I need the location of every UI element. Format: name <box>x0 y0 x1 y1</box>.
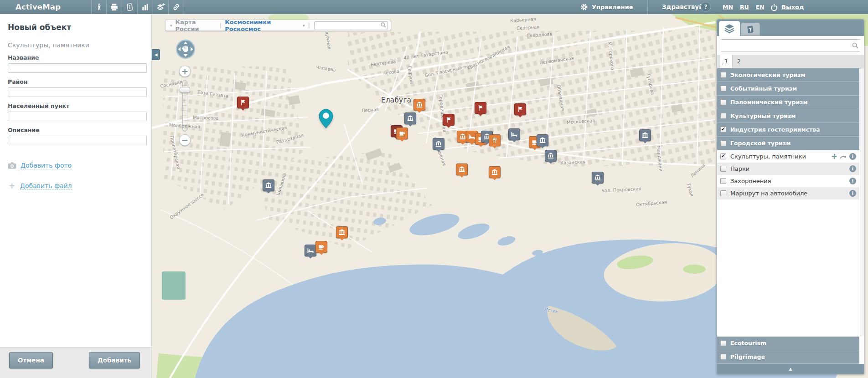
guide-icon <box>125 3 134 11</box>
info-icon[interactable]: i <box>849 153 856 160</box>
new-object-pin[interactable] <box>319 109 333 130</box>
group-checkbox[interactable] <box>720 140 726 146</box>
layers-tool-button[interactable] <box>153 0 169 14</box>
poi-marker-bank[interactable] <box>639 129 651 141</box>
group-checkbox[interactable] <box>720 354 726 360</box>
map-search-input[interactable] <box>314 21 388 30</box>
poi-marker-bed[interactable] <box>305 245 316 256</box>
layer-group-row[interactable]: Событийный туризм <box>717 82 859 96</box>
poi-marker-bank[interactable] <box>413 99 425 111</box>
poi-marker-bank[interactable] <box>433 138 444 150</box>
submit-button[interactable]: Добавить <box>89 352 140 368</box>
poi-marker-bank[interactable] <box>456 163 468 175</box>
search-icon[interactable] <box>852 42 858 49</box>
print-tool-button[interactable] <box>107 0 122 14</box>
tab-layers[interactable] <box>719 21 740 36</box>
chevron-up-icon: ▲ <box>789 367 792 371</box>
flag-icon <box>517 106 524 113</box>
layer-row[interactable]: Маршрут на автомобиле + i <box>717 187 859 199</box>
info-icon[interactable]: i <box>849 165 856 172</box>
route-arrow-icon[interactable] <box>840 154 847 159</box>
stats-tool-button[interactable] <box>138 0 153 14</box>
group-checkbox[interactable] <box>720 127 726 133</box>
chevron-down-icon[interactable]: ▾ <box>170 23 172 28</box>
layer-row[interactable]: Парки + i <box>717 163 859 175</box>
zoom-out-button[interactable]: − <box>179 134 191 146</box>
measure-tool-button[interactable] <box>91 0 107 14</box>
poi-marker-bank[interactable] <box>592 172 604 184</box>
poi-marker-cup[interactable] <box>396 128 408 139</box>
layer-group-row[interactable]: Индустрия гостеприимства <box>717 123 859 137</box>
poi-marker-fork[interactable] <box>489 134 501 146</box>
lang-EN-link[interactable]: EN <box>756 4 765 10</box>
pan-control[interactable] <box>176 39 196 59</box>
bank-icon <box>539 137 546 144</box>
zoom-slider-handle[interactable] <box>180 87 190 93</box>
layer-checkbox[interactable] <box>720 166 726 172</box>
search-icon[interactable] <box>380 22 386 28</box>
group-label: Pilgrimage <box>730 353 765 360</box>
group-checkbox[interactable] <box>720 340 726 346</box>
sidebar-collapse-button[interactable]: ◀ <box>152 49 160 60</box>
city-label: Елабуга <box>381 96 411 104</box>
layer-group-row[interactable]: Городской туризм <box>717 137 859 150</box>
layer-checkbox[interactable] <box>720 153 726 159</box>
poi-marker-cup[interactable] <box>315 241 327 253</box>
group-checkbox[interactable] <box>720 99 726 105</box>
layer-group-row[interactable]: Pilgrimage <box>717 350 859 364</box>
active-layer-link[interactable]: Космоснимки Роскосмос <box>225 19 300 32</box>
group-checkbox[interactable] <box>720 113 726 119</box>
panel-scrollbar-gutter[interactable] <box>860 68 864 337</box>
poi-marker-bank[interactable] <box>404 112 416 124</box>
poi-marker-bed[interactable] <box>508 128 520 140</box>
add-object-icon[interactable]: + <box>831 153 837 160</box>
help-button[interactable]: ? <box>701 2 711 12</box>
poi-marker-bank[interactable] <box>537 134 548 146</box>
panel-collapse-button[interactable]: ▲ <box>717 364 864 374</box>
cancel-button[interactable]: Отмена <box>9 352 53 368</box>
measure-icon <box>95 3 103 11</box>
info-icon[interactable]: i <box>849 178 856 184</box>
layer-row[interactable]: Скульптуры, памятники + i <box>717 150 859 163</box>
layer-row[interactable]: Захоронения + i <box>717 175 859 187</box>
info-icon[interactable]: i <box>849 190 856 197</box>
layer-group-row[interactable]: Паломнический туризм <box>717 96 859 109</box>
group-checkbox[interactable] <box>720 72 726 78</box>
link-tool-button[interactable] <box>169 0 184 14</box>
tab-legend-help[interactable]: ? <box>741 23 760 36</box>
guide-tool-button[interactable] <box>122 0 138 14</box>
poi-marker-flag[interactable] <box>443 114 455 126</box>
field-input[interactable] <box>8 112 147 121</box>
bottom-groups: Ecotourism Pilgrimage <box>717 337 864 364</box>
poi-marker-bank[interactable] <box>489 166 501 178</box>
layer-checkbox[interactable] <box>720 178 726 184</box>
field-input[interactable] <box>8 87 147 97</box>
field-input[interactable] <box>8 63 147 73</box>
logout-button[interactable]: Выход <box>770 0 804 14</box>
layer-group-row[interactable]: Экологический туризм <box>717 68 859 82</box>
group-checkbox[interactable] <box>720 86 726 92</box>
lang-RU-link[interactable]: RU <box>740 4 749 10</box>
lang-MN-link[interactable]: MN <box>723 4 733 10</box>
layer-page-tab[interactable]: 2 <box>733 54 745 68</box>
add-file-link[interactable]: Добавить файл <box>20 182 72 190</box>
poi-marker-flag[interactable] <box>237 97 249 108</box>
management-button[interactable]: Управление <box>580 0 633 14</box>
chevron-down-icon[interactable]: ▾ <box>303 23 305 28</box>
poi-marker-bank[interactable] <box>263 179 274 191</box>
add-photo-link[interactable]: Добавить фото <box>21 162 72 169</box>
layer-group-row[interactable]: Ecotourism <box>717 337 859 350</box>
bank-icon <box>459 133 466 140</box>
zoom-in-button[interactable]: + <box>179 66 191 77</box>
layer-checkbox[interactable] <box>720 190 726 196</box>
layer-page-tab[interactable]: 1 <box>720 54 733 68</box>
layer-group-row[interactable]: Культурный туризм <box>717 109 859 123</box>
poi-marker-bank[interactable] <box>336 226 348 238</box>
poi-marker-flag[interactable] <box>514 103 526 115</box>
layers-search-input[interactable] <box>721 39 860 51</box>
base-layer-link[interactable]: Карта России <box>176 19 217 32</box>
flag-icon <box>239 99 247 106</box>
poi-marker-bank[interactable] <box>545 150 557 162</box>
field-input[interactable] <box>8 136 147 145</box>
poi-marker-flag[interactable] <box>475 102 486 114</box>
